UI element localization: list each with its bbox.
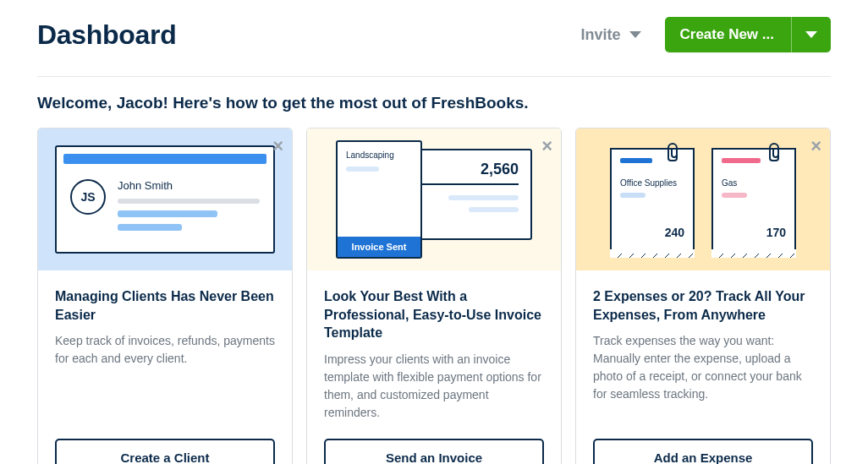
add-expense-button[interactable]: Add an Expense <box>593 439 813 464</box>
paperclip-icon <box>769 143 779 161</box>
page-title: Dashboard <box>37 19 176 51</box>
receipt-amount: 170 <box>766 226 786 239</box>
paperclip-icon <box>667 143 678 161</box>
avatar-initials: JS <box>70 179 106 215</box>
card-illustration: × Office Supplies 240 Gas 170 <box>576 128 830 270</box>
close-icon[interactable]: × <box>541 137 552 156</box>
card-title: Managing Clients Has Never Been Easier <box>55 287 275 324</box>
invite-label: Invite <box>580 26 620 44</box>
receipt-label: Gas <box>722 178 786 188</box>
card-clients: × JS John Smith Managing Clients Has Nev… <box>37 128 293 464</box>
create-client-button[interactable]: Create a Client <box>55 439 275 464</box>
invite-button[interactable]: Invite <box>580 26 640 44</box>
card-desc: Track expenses the way you want: Manuall… <box>593 332 813 403</box>
sample-amount: 2,560 <box>419 161 519 178</box>
create-new-label: Create New ... <box>665 17 792 52</box>
sample-name: John Smith <box>118 179 260 192</box>
chevron-down-icon <box>805 31 817 38</box>
welcome-text: Welcome, Jacob! Here's how to get the mo… <box>37 94 831 112</box>
chevron-down-icon <box>629 31 641 38</box>
create-new-caret[interactable] <box>791 17 831 52</box>
receipt-amount: 240 <box>665 226 684 239</box>
create-new-button[interactable]: Create New ... <box>665 17 832 52</box>
close-icon[interactable]: × <box>810 137 821 156</box>
send-invoice-button[interactable]: Send an Invoice <box>324 439 544 464</box>
onboarding-cards: × JS John Smith Managing Clients Has Nev… <box>37 128 831 464</box>
card-illustration: × JS John Smith <box>38 128 292 270</box>
sample-invoice-label: Landscaping <box>346 150 412 160</box>
card-title: Look Your Best With a Professional, Easy… <box>324 287 544 342</box>
close-icon[interactable]: × <box>272 137 283 156</box>
invoice-graphic: 2,560 Landscaping Invoice Sent <box>336 140 532 259</box>
card-desc: Impress your clients with an invoice tem… <box>324 351 544 422</box>
receipt-label: Office Supplies <box>620 178 684 188</box>
person-card-graphic: JS John Smith <box>55 145 275 254</box>
card-invoice: × 2,560 Landscaping Invoice Sent L <box>306 128 562 464</box>
card-title: 2 Expenses or 20? Track All Your Expense… <box>593 287 813 324</box>
invoice-sent-badge: Invoice Sent <box>338 237 420 257</box>
card-desc: Keep track of invoices, refunds, payment… <box>55 332 275 368</box>
card-expenses: × Office Supplies 240 Gas 170 <box>575 128 831 464</box>
card-illustration: × 2,560 Landscaping Invoice Sent <box>307 128 561 270</box>
receipts-graphic: Office Supplies 240 Gas 170 <box>610 148 796 251</box>
